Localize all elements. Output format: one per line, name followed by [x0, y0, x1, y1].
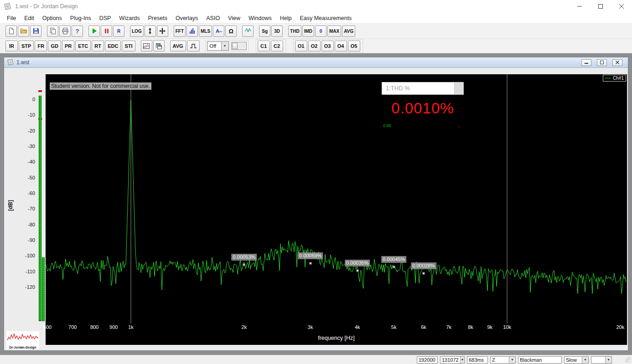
toolbar-button-pr[interactable]: PR	[62, 41, 74, 51]
child-window-controls	[581, 59, 625, 66]
child-close-button[interactable]	[612, 59, 622, 66]
copy-button[interactable]	[47, 26, 58, 37]
toolbar-button-edc[interactable]: EDC	[105, 41, 121, 51]
toolbar-button-o5[interactable]: O5	[348, 41, 360, 51]
status-averaging-select[interactable]: Slow▼	[564, 356, 589, 364]
harmonic-marker[interactable]	[423, 272, 425, 275]
toolbar-button-rt[interactable]: RT	[92, 41, 104, 51]
generator-select[interactable]: Off▼	[207, 41, 229, 51]
toolbar-button-c1[interactable]: C1	[258, 41, 270, 51]
impedance-omega-icon: Ω	[228, 28, 233, 35]
toolbar-button-etc[interactable]: ETC	[75, 41, 91, 51]
save-button[interactable]	[30, 26, 41, 37]
menu-item-dsp[interactable]: DSP	[95, 14, 115, 23]
toolbar-button-0[interactable]: 0	[315, 26, 326, 37]
status-fft-size-select[interactable]: 131072▼	[440, 356, 465, 364]
dropdown-arrow-icon: ▼	[460, 357, 464, 363]
new-document-button[interactable]	[5, 26, 17, 37]
toolbar-button-sg[interactable]: Sg	[259, 26, 270, 37]
dropdown-arrow-icon: ▼	[509, 357, 515, 363]
play-button[interactable]	[88, 26, 100, 37]
open-folder-button[interactable]	[18, 26, 29, 37]
toolbar-group: R	[88, 26, 125, 37]
selector-dropdown-button[interactable]	[454, 82, 463, 94]
pause-icon	[103, 27, 110, 35]
impedance-omega-button[interactable]: Ω	[225, 26, 237, 37]
maximize-button[interactable]	[590, 0, 611, 13]
harmonic-marker[interactable]	[356, 269, 358, 272]
toolbar-button-mls[interactable]: MLS	[199, 26, 212, 37]
harmonic-marker[interactable]	[309, 262, 311, 265]
help-button[interactable]: ?	[72, 26, 83, 37]
x-tick-label: 1k	[128, 324, 134, 330]
child-maximize-button[interactable]	[597, 59, 607, 66]
slider-thumb[interactable]	[232, 43, 238, 49]
toolbar-button-o1[interactable]: O1	[295, 41, 307, 51]
toolbar-button-fft[interactable]: FFT	[174, 26, 186, 37]
child-minimize-button[interactable]	[581, 59, 591, 66]
clone-window-icon	[155, 42, 162, 50]
toolbar-button-gd[interactable]: GD	[48, 41, 61, 51]
toolbar-button-ir[interactable]: IR	[5, 41, 18, 51]
overlay-plot-button[interactable]	[141, 40, 152, 51]
spectrum-bars-button[interactable]	[186, 26, 198, 37]
toolbar-button-c2[interactable]: C2	[271, 41, 283, 51]
toolbar-button-thd[interactable]: THD	[288, 26, 301, 37]
move-cross-button[interactable]	[157, 26, 168, 37]
menu-item-options[interactable]: Options	[38, 14, 66, 23]
toolbar-button-avg[interactable]: AVG	[342, 26, 355, 37]
toolbar-button-imd[interactable]: IMD	[302, 26, 314, 37]
menu-item-plug-ins[interactable]: Plug-Ins	[66, 14, 95, 23]
toolbar-button-log[interactable]: LOG	[130, 26, 144, 37]
toolbar-button-avg[interactable]: AVG	[170, 41, 186, 51]
harmonic-marker[interactable]	[393, 266, 395, 268]
toolbar-button-fr[interactable]: FR	[35, 41, 47, 51]
menu-bar: FileEditOptionsPlug-InsDSPWizardsPresets…	[0, 13, 632, 24]
a-weighting-button[interactable]: A	[213, 26, 224, 37]
harmonic-marker[interactable]	[243, 264, 245, 266]
status-weighting-select[interactable]: Z▼	[490, 356, 516, 364]
vertical-scale-arrows-button[interactable]	[145, 26, 156, 37]
menu-item-view[interactable]: View	[224, 14, 244, 23]
pulse-button[interactable]	[187, 41, 200, 51]
print-button[interactable]	[59, 26, 71, 37]
toolbar-group	[5, 26, 42, 37]
toolbar-button-max[interactable]: MAX	[327, 26, 341, 37]
toolbar-button-o2[interactable]: O2	[308, 41, 321, 51]
status-extra-select[interactable]: ▼	[591, 356, 612, 364]
spectrum-plot[interactable]: Student version. Not for commercial use.…	[46, 74, 627, 345]
toolbar-button-o3[interactable]: O3	[321, 41, 334, 51]
toolbar-button-sti[interactable]: STI	[122, 41, 135, 51]
y-tick-label: -30	[17, 144, 35, 149]
toolbar-button-r[interactable]: R	[113, 26, 124, 37]
child-window-title: 1.wst	[16, 59, 29, 66]
menu-item-edit[interactable]: Edit	[20, 14, 38, 23]
measurement-selector[interactable]: 1:THD %	[382, 82, 464, 95]
resize-grip[interactable]	[625, 357, 631, 363]
child-title-bar[interactable]: 1.wst	[4, 57, 628, 68]
menu-item-wizards[interactable]: Wizards	[115, 14, 144, 23]
toolbar-measurements: IRSTPFRGDPRETCRTEDCSTIAVGOff▼C1C2O1O2O3O…	[0, 39, 632, 53]
menu-item-presets[interactable]: Presets	[144, 14, 171, 23]
wavelet-button[interactable]	[242, 26, 254, 37]
menu-item-windows[interactable]: Windows	[244, 14, 276, 23]
toolbar-button-o4[interactable]: O4	[335, 41, 347, 51]
thd-spectrum-trace	[46, 100, 626, 294]
clone-window-button[interactable]	[153, 40, 165, 51]
pause-button[interactable]	[101, 26, 112, 37]
toolbar-button-stp[interactable]: STP	[19, 41, 34, 51]
save-icon	[32, 27, 40, 35]
help-icon: ?	[76, 28, 79, 35]
y-tick-label: -60	[17, 190, 35, 196]
close-button[interactable]	[611, 0, 632, 13]
play-icon	[91, 27, 98, 35]
menu-item-asio[interactable]: ASIO	[202, 14, 224, 23]
menu-item-file[interactable]: File	[3, 14, 20, 23]
menu-item-easy-measurements[interactable]: Easy Measurements	[295, 14, 356, 23]
menu-item-help[interactable]: Help	[276, 14, 296, 23]
status-measurement-time: 683ms	[467, 356, 488, 364]
minimize-button[interactable]	[569, 0, 590, 13]
menu-item-overlays[interactable]: Overlays	[171, 14, 202, 23]
toolbar-button-3d[interactable]: 3D	[271, 26, 283, 37]
generator-level-slider[interactable]	[231, 42, 247, 50]
